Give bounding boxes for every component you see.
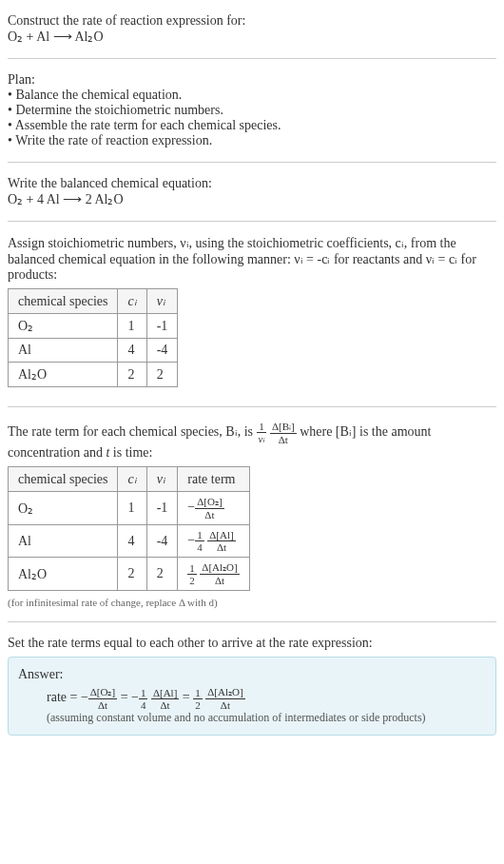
divider [8,406,496,407]
rateterm-table: chemical species cᵢ νᵢ rate term O₂ 1 -1… [8,466,250,591]
table-header-row: chemical species cᵢ νᵢ [9,289,178,314]
answer-note: (assuming constant volume and no accumul… [18,711,486,725]
cell-species: Al [9,525,118,558]
frac-1-over-nu: 1 νᵢ [257,421,267,445]
col-v: νᵢ [146,289,178,314]
balanced-section: Write the balanced chemical equation: O₂… [8,170,496,213]
cell-c: 1 [118,314,146,339]
cell-v: -4 [146,525,178,558]
prompt-text: Construct the rate of reaction expressio… [8,13,496,29]
col-c: cᵢ [118,289,146,314]
cell-v: 2 [146,558,178,591]
cell-species: O₂ [9,492,118,525]
balanced-title: Write the balanced chemical equation: [8,176,496,191]
rateterm-intro: The rate term for each chemical species,… [8,421,496,461]
col-rate: rate term [178,467,249,492]
col-species: chemical species [9,467,118,492]
plan-item: Balance the chemical equation. [8,88,496,103]
answer-label: Answer: [18,667,486,682]
plan-item: Write the rate of reaction expression. [8,133,496,148]
plan-item: Assemble the rate term for each chemical… [8,118,496,133]
cell-c: 1 [118,492,146,525]
cell-c: 2 [118,363,146,387]
col-species: chemical species [9,289,118,314]
rateterm-section: The rate term for each chemical species,… [8,415,496,614]
table-row: Al₂O 2 2 [9,363,178,387]
rateterm-footnote: (for infinitesimal rate of change, repla… [8,597,496,608]
cell-species: Al [9,339,118,363]
cell-v: -1 [146,314,178,339]
final-section: Set the rate terms equal to each other t… [8,630,496,741]
answer-box: Answer: rate = −Δ[O₂]Δt = −14 Δ[Al]Δt = … [8,657,496,736]
plan-list: Balance the chemical equation. Determine… [8,88,496,148]
cell-v: -4 [146,339,178,363]
cell-c: 2 [118,558,146,591]
divider [8,221,496,222]
divider [8,58,496,59]
cell-v: 2 [146,363,178,387]
balanced-equation: O₂ + 4 Al ⟶ 2 Al₂O [8,191,496,207]
plan-section: Plan: Balance the chemical equation. Det… [8,67,496,154]
cell-c: 4 [118,525,146,558]
plan-title: Plan: [8,72,496,88]
table-row: Al 4 -4 −14 Δ[Al]Δt [9,525,250,558]
divider [8,621,496,622]
stoich-table: chemical species cᵢ νᵢ O₂ 1 -1 Al 4 -4 A… [8,288,178,387]
cell-rate: 12 Δ[Al₂O]Δt [178,558,249,591]
col-v: νᵢ [146,467,178,492]
table-row: O₂ 1 -1 [9,314,178,339]
cell-species: Al₂O [9,558,118,591]
cell-rate: −14 Δ[Al]Δt [178,525,249,558]
cell-rate: −Δ[O₂]Δt [178,492,249,525]
cell-c: 4 [118,339,146,363]
answer-rate-expression: rate = −Δ[O₂]Δt = −14 Δ[Al]Δt = 12 Δ[Al₂… [18,686,486,711]
cell-species: O₂ [9,314,118,339]
col-c: cᵢ [118,467,146,492]
cell-species: Al₂O [9,363,118,387]
frac-dB-dt: Δ[Bᵢ] Δt [270,421,297,445]
table-row: Al₂O 2 2 12 Δ[Al₂O]Δt [9,558,250,591]
plan-item: Determine the stoichiometric numbers. [8,103,496,118]
stoich-intro: Assign stoichiometric numbers, νᵢ, using… [8,235,496,283]
prompt-section: Construct the rate of reaction expressio… [8,8,496,50]
divider [8,162,496,163]
table-header-row: chemical species cᵢ νᵢ rate term [9,467,250,492]
cell-v: -1 [146,492,178,525]
table-row: Al 4 -4 [9,339,178,363]
table-row: O₂ 1 -1 −Δ[O₂]Δt [9,492,250,525]
final-title: Set the rate terms equal to each other t… [8,636,496,651]
prompt-equation: O₂ + Al ⟶ Al₂O [8,29,496,45]
stoich-section: Assign stoichiometric numbers, νᵢ, using… [8,229,496,399]
